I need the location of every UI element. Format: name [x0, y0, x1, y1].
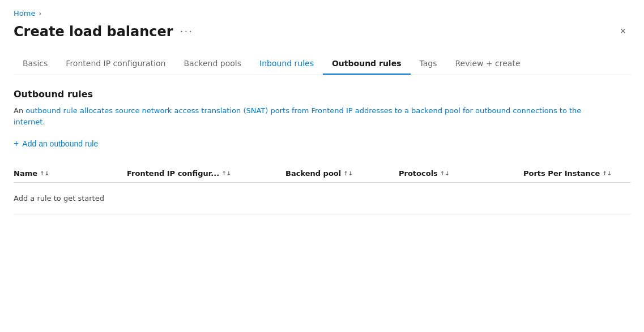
more-options-button[interactable]: ···	[180, 25, 193, 37]
close-button[interactable]: ×	[615, 23, 630, 40]
col-header-backend-pool: Backend pool ↑↓	[285, 169, 399, 178]
add-rule-label: Add an outbound rule	[22, 139, 98, 148]
sort-icon-backend-pool[interactable]: ↑↓	[343, 170, 353, 176]
description-text-1: An	[14, 106, 25, 115]
col-header-protocols: Protocols ↑↓	[399, 169, 523, 178]
page-title: Create load balancer	[14, 24, 173, 40]
tabs-container: Basics Frontend IP configuration Backend…	[14, 53, 630, 75]
add-outbound-rule-button[interactable]: + Add an outbound rule	[14, 136, 98, 151]
table-empty-row: Add a rule to get started	[14, 183, 630, 214]
section-description: An outbound rule allocates source networ…	[14, 105, 608, 127]
tab-inbound-rules[interactable]: Inbound rules	[250, 53, 323, 75]
page-header: Create load balancer ··· ×	[14, 23, 630, 40]
tab-review-create[interactable]: Review + create	[446, 53, 530, 75]
section-title: Outbound rules	[14, 89, 630, 100]
sort-icon-name[interactable]: ↑↓	[40, 170, 49, 176]
tab-tags[interactable]: Tags	[411, 53, 446, 75]
col-header-name: Name ↑↓	[14, 169, 127, 178]
description-end: .	[42, 118, 45, 126]
sort-icon-ports-per-instance[interactable]: ↑↓	[602, 170, 612, 176]
breadcrumb-separator: ›	[39, 10, 41, 18]
page-container: Home › Create load balancer ··· × Basics…	[0, 0, 644, 223]
tab-basics[interactable]: Basics	[14, 53, 57, 75]
col-header-frontend-ip: Frontend IP configur... ↑↓	[127, 169, 285, 178]
breadcrumb-home-link[interactable]: Home	[14, 9, 35, 18]
plus-icon: +	[14, 139, 19, 149]
col-header-ports-per-instance: Ports Per Instance ↑↓	[523, 169, 644, 178]
sort-icon-frontend-ip[interactable]: ↑↓	[221, 170, 231, 176]
tab-outbound-rules[interactable]: Outbound rules	[323, 53, 411, 75]
tab-backend-pools[interactable]: Backend pools	[174, 53, 250, 75]
table-header: Name ↑↓ Frontend IP configur... ↑↓ Backe…	[14, 165, 630, 183]
breadcrumb: Home ›	[14, 9, 630, 18]
sort-icon-protocols[interactable]: ↑↓	[440, 170, 450, 176]
description-link-1[interactable]: outbound rule allocates source network a…	[25, 106, 581, 115]
page-title-area: Create load balancer ···	[14, 24, 193, 40]
description-link-2[interactable]: internet	[14, 118, 42, 126]
tab-frontend-ip[interactable]: Frontend IP configuration	[57, 53, 174, 75]
outbound-rules-table: Name ↑↓ Frontend IP configur... ↑↓ Backe…	[14, 165, 630, 214]
empty-state-message: Add a rule to get started	[14, 188, 644, 208]
